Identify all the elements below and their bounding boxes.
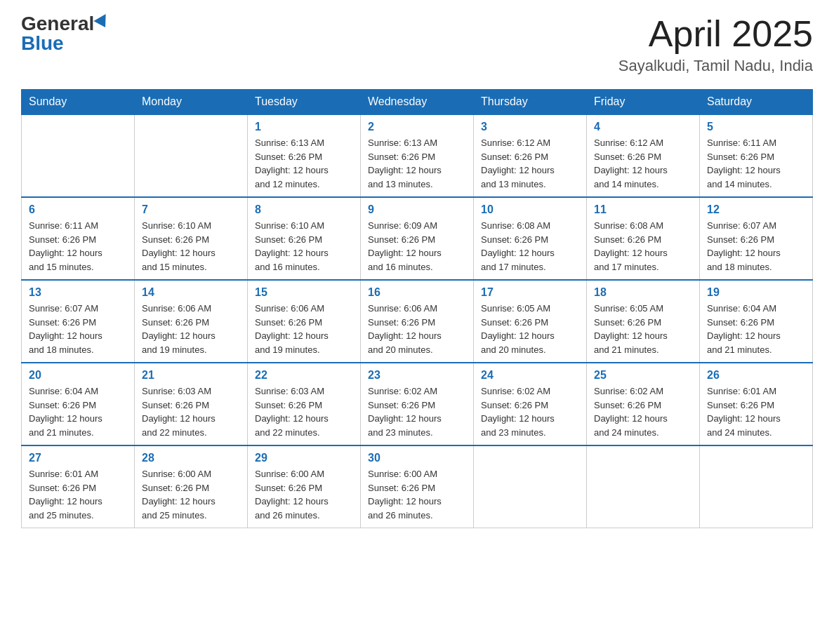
day-info: Sunrise: 6:09 AMSunset: 6:26 PMDaylight:… bbox=[368, 220, 442, 272]
day-number: 15 bbox=[255, 286, 353, 299]
day-info: Sunrise: 6:03 AMSunset: 6:26 PMDaylight:… bbox=[142, 386, 216, 438]
day-info: Sunrise: 6:11 AMSunset: 6:26 PMDaylight:… bbox=[707, 137, 781, 189]
calendar-day-cell: 24Sunrise: 6:02 AMSunset: 6:26 PMDayligh… bbox=[474, 363, 587, 445]
calendar-day-cell: 10Sunrise: 6:08 AMSunset: 6:26 PMDayligh… bbox=[474, 197, 587, 280]
calendar-day-cell: 1Sunrise: 6:13 AMSunset: 6:26 PMDaylight… bbox=[248, 114, 361, 197]
day-info: Sunrise: 6:06 AMSunset: 6:26 PMDaylight:… bbox=[142, 303, 216, 355]
day-number: 22 bbox=[255, 369, 353, 382]
day-info: Sunrise: 6:02 AMSunset: 6:26 PMDaylight:… bbox=[368, 386, 442, 438]
calendar-day-cell: 28Sunrise: 6:00 AMSunset: 6:26 PMDayligh… bbox=[135, 445, 248, 528]
calendar-day-cell: 27Sunrise: 6:01 AMSunset: 6:26 PMDayligh… bbox=[22, 445, 135, 528]
calendar-day-cell: 22Sunrise: 6:03 AMSunset: 6:26 PMDayligh… bbox=[248, 363, 361, 445]
calendar-day-cell: 4Sunrise: 6:12 AMSunset: 6:26 PMDaylight… bbox=[587, 114, 700, 197]
day-info: Sunrise: 6:04 AMSunset: 6:26 PMDaylight:… bbox=[29, 386, 102, 438]
day-number: 24 bbox=[481, 369, 579, 382]
logo-blue-text: Blue bbox=[21, 34, 64, 53]
day-number: 9 bbox=[368, 203, 466, 216]
day-info: Sunrise: 6:00 AMSunset: 6:26 PMDaylight:… bbox=[368, 469, 442, 521]
day-number: 6 bbox=[29, 203, 127, 216]
day-info: Sunrise: 6:01 AMSunset: 6:26 PMDaylight:… bbox=[707, 386, 781, 438]
logo-general-text: General bbox=[21, 14, 94, 34]
day-info: Sunrise: 6:10 AMSunset: 6:26 PMDaylight:… bbox=[255, 220, 329, 272]
calendar-day-cell: 2Sunrise: 6:13 AMSunset: 6:26 PMDaylight… bbox=[361, 114, 474, 197]
day-number: 28 bbox=[142, 452, 240, 464]
day-info: Sunrise: 6:12 AMSunset: 6:26 PMDaylight:… bbox=[594, 137, 668, 189]
day-info: Sunrise: 6:13 AMSunset: 6:26 PMDaylight:… bbox=[255, 137, 329, 189]
day-info: Sunrise: 6:11 AMSunset: 6:26 PMDaylight:… bbox=[29, 220, 102, 272]
calendar-day-cell: 15Sunrise: 6:06 AMSunset: 6:26 PMDayligh… bbox=[248, 280, 361, 363]
calendar-day-cell: 25Sunrise: 6:02 AMSunset: 6:26 PMDayligh… bbox=[587, 363, 700, 445]
day-info: Sunrise: 6:07 AMSunset: 6:26 PMDaylight:… bbox=[29, 303, 102, 355]
day-info: Sunrise: 6:02 AMSunset: 6:26 PMDaylight:… bbox=[594, 386, 668, 438]
title-block: April 2025 Sayalkudi, Tamil Nadu, India bbox=[618, 14, 813, 75]
col-wednesday: Wednesday bbox=[361, 90, 474, 115]
day-number: 25 bbox=[594, 369, 692, 382]
calendar-day-cell bbox=[135, 114, 248, 197]
calendar-day-cell: 30Sunrise: 6:00 AMSunset: 6:26 PMDayligh… bbox=[361, 445, 474, 528]
day-number: 4 bbox=[594, 121, 692, 133]
day-info: Sunrise: 6:13 AMSunset: 6:26 PMDaylight:… bbox=[368, 137, 442, 189]
day-number: 11 bbox=[594, 203, 692, 216]
day-number: 17 bbox=[481, 286, 579, 299]
day-info: Sunrise: 6:06 AMSunset: 6:26 PMDaylight:… bbox=[368, 303, 442, 355]
calendar-day-cell: 17Sunrise: 6:05 AMSunset: 6:26 PMDayligh… bbox=[474, 280, 587, 363]
day-number: 19 bbox=[707, 286, 805, 299]
calendar-day-cell bbox=[700, 445, 813, 528]
col-friday: Friday bbox=[587, 90, 700, 115]
day-number: 29 bbox=[255, 452, 353, 464]
calendar-day-cell: 19Sunrise: 6:04 AMSunset: 6:26 PMDayligh… bbox=[700, 280, 813, 363]
day-number: 27 bbox=[29, 452, 127, 464]
calendar-day-cell: 21Sunrise: 6:03 AMSunset: 6:26 PMDayligh… bbox=[135, 363, 248, 445]
day-number: 12 bbox=[707, 203, 805, 216]
col-tuesday: Tuesday bbox=[248, 90, 361, 115]
col-sunday: Sunday bbox=[22, 90, 135, 115]
day-info: Sunrise: 6:02 AMSunset: 6:26 PMDaylight:… bbox=[481, 386, 555, 438]
day-number: 3 bbox=[481, 121, 579, 133]
day-number: 30 bbox=[368, 452, 466, 464]
day-number: 20 bbox=[29, 369, 127, 382]
calendar-week-row: 13Sunrise: 6:07 AMSunset: 6:26 PMDayligh… bbox=[22, 280, 813, 363]
day-info: Sunrise: 6:04 AMSunset: 6:26 PMDaylight:… bbox=[707, 303, 781, 355]
calendar-day-cell: 20Sunrise: 6:04 AMSunset: 6:26 PMDayligh… bbox=[22, 363, 135, 445]
calendar-table: Sunday Monday Tuesday Wednesday Thursday… bbox=[21, 89, 813, 528]
day-number: 26 bbox=[707, 369, 805, 382]
calendar-week-row: 27Sunrise: 6:01 AMSunset: 6:26 PMDayligh… bbox=[22, 445, 813, 528]
day-number: 1 bbox=[255, 121, 353, 133]
day-info: Sunrise: 6:03 AMSunset: 6:26 PMDaylight:… bbox=[255, 386, 329, 438]
day-info: Sunrise: 6:08 AMSunset: 6:26 PMDaylight:… bbox=[481, 220, 555, 272]
col-monday: Monday bbox=[135, 90, 248, 115]
page-location: Sayalkudi, Tamil Nadu, India bbox=[618, 57, 813, 75]
day-info: Sunrise: 6:01 AMSunset: 6:26 PMDaylight:… bbox=[29, 469, 102, 521]
calendar-header-row: Sunday Monday Tuesday Wednesday Thursday… bbox=[22, 90, 813, 115]
calendar-day-cell: 6Sunrise: 6:11 AMSunset: 6:26 PMDaylight… bbox=[22, 197, 135, 280]
page-header: General Blue April 2025 Sayalkudi, Tamil… bbox=[21, 14, 813, 75]
day-number: 2 bbox=[368, 121, 466, 133]
calendar-day-cell: 9Sunrise: 6:09 AMSunset: 6:26 PMDaylight… bbox=[361, 197, 474, 280]
day-info: Sunrise: 6:07 AMSunset: 6:26 PMDaylight:… bbox=[707, 220, 781, 272]
col-saturday: Saturday bbox=[700, 90, 813, 115]
calendar-day-cell bbox=[587, 445, 700, 528]
day-number: 7 bbox=[142, 203, 240, 216]
logo: General Blue bbox=[21, 14, 110, 53]
day-number: 5 bbox=[707, 121, 805, 133]
calendar-week-row: 20Sunrise: 6:04 AMSunset: 6:26 PMDayligh… bbox=[22, 363, 813, 445]
day-info: Sunrise: 6:00 AMSunset: 6:26 PMDaylight:… bbox=[142, 469, 216, 521]
calendar-week-row: 1Sunrise: 6:13 AMSunset: 6:26 PMDaylight… bbox=[22, 114, 813, 197]
calendar-day-cell: 23Sunrise: 6:02 AMSunset: 6:26 PMDayligh… bbox=[361, 363, 474, 445]
day-info: Sunrise: 6:10 AMSunset: 6:26 PMDaylight:… bbox=[142, 220, 216, 272]
page-title: April 2025 bbox=[618, 14, 813, 54]
day-number: 16 bbox=[368, 286, 466, 299]
calendar-day-cell: 12Sunrise: 6:07 AMSunset: 6:26 PMDayligh… bbox=[700, 197, 813, 280]
day-number: 18 bbox=[594, 286, 692, 299]
calendar-day-cell: 29Sunrise: 6:00 AMSunset: 6:26 PMDayligh… bbox=[248, 445, 361, 528]
day-info: Sunrise: 6:05 AMSunset: 6:26 PMDaylight:… bbox=[594, 303, 668, 355]
calendar-day-cell: 16Sunrise: 6:06 AMSunset: 6:26 PMDayligh… bbox=[361, 280, 474, 363]
calendar-day-cell: 14Sunrise: 6:06 AMSunset: 6:26 PMDayligh… bbox=[135, 280, 248, 363]
calendar-day-cell: 13Sunrise: 6:07 AMSunset: 6:26 PMDayligh… bbox=[22, 280, 135, 363]
day-info: Sunrise: 6:06 AMSunset: 6:26 PMDaylight:… bbox=[255, 303, 329, 355]
day-number: 10 bbox=[481, 203, 579, 216]
calendar-day-cell bbox=[474, 445, 587, 528]
calendar-day-cell: 7Sunrise: 6:10 AMSunset: 6:26 PMDaylight… bbox=[135, 197, 248, 280]
logo-triangle-icon bbox=[94, 14, 112, 31]
day-info: Sunrise: 6:05 AMSunset: 6:26 PMDaylight:… bbox=[481, 303, 555, 355]
